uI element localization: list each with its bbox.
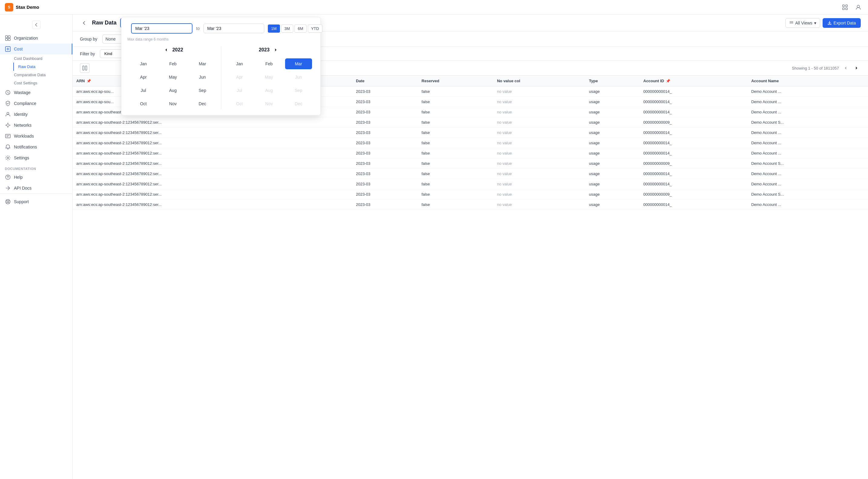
data-table-container: ARN 📌 Date Reserved No value col Typ <box>73 76 868 479</box>
dp-range-1m[interactable]: 1M <box>268 25 280 33</box>
table-row: arn:aws:ecs:ap-southeast-2:123456789012:… <box>73 189 868 200</box>
dp-range-ytd[interactable]: YTD <box>308 25 322 33</box>
svg-point-13 <box>7 157 9 159</box>
grid-icon[interactable] <box>840 2 850 12</box>
logo-icon: S <box>5 3 13 11</box>
dp-range-3m[interactable]: 3M <box>281 25 293 33</box>
table-row: arn:aws:ecs:ap-southeast-2:123456789012:… <box>73 169 868 179</box>
cell-reserved: false <box>418 200 493 210</box>
sidebar-item-api-docs[interactable]: API Docs <box>0 183 72 194</box>
sidebar-item-settings[interactable]: Settings <box>0 152 72 163</box>
dp-month-2022-jan[interactable]: Jan <box>130 58 157 69</box>
table-row: arn:aws:ecs:ap-southeast-2:123456789012:… <box>73 159 868 169</box>
sidebar-item-wastage[interactable]: Wastage <box>0 87 72 98</box>
all-views-button[interactable]: All Views ▾ <box>785 18 820 28</box>
cell-reserved: false <box>418 189 493 200</box>
cell-arn: arn:aws:ecs:ap-southeast-2:123456789012:… <box>73 128 352 138</box>
sidebar-label-workloads: Workloads <box>14 134 34 138</box>
arn-pin-icon[interactable]: 📌 <box>87 79 91 83</box>
dp-month-2023-jul: Jul <box>226 85 253 96</box>
dp-month-2022-jul[interactable]: Jul <box>130 85 157 96</box>
api-icon <box>5 185 11 191</box>
cell-type: usage <box>585 128 640 138</box>
dp-right-months: Jan Feb Mar Apr May Jun Jul Aug Sep Oct … <box>226 58 312 109</box>
svg-point-4 <box>857 5 860 7</box>
dp-month-2022-dec[interactable]: Dec <box>189 98 216 109</box>
dp-month-2022-apr[interactable]: Apr <box>130 72 157 82</box>
dp-next-year[interactable] <box>272 46 279 54</box>
sidebar-item-notifications[interactable]: Notifications <box>0 141 72 152</box>
dp-month-2023-mar[interactable]: Mar <box>285 58 312 69</box>
cell-account-id: 000000000009_ <box>640 159 748 169</box>
column-toggle-button[interactable] <box>80 63 90 73</box>
cell-noval: no value <box>493 117 585 128</box>
sidebar-item-support[interactable]: Support <box>0 196 72 207</box>
cell-date: 2023-03 <box>352 97 418 107</box>
sidebar-sub-cost-dashboard[interactable]: Cost Dashboard <box>14 55 72 63</box>
dp-month-2022-aug[interactable]: Aug <box>159 85 187 96</box>
col-account-id: Account ID 📌 <box>640 76 748 87</box>
cell-noval: no value <box>493 200 585 210</box>
dp-month-2022-nov[interactable]: Nov <box>159 98 187 109</box>
pagination-info: Showing 1 - 50 of 1811057 <box>792 66 839 70</box>
sidebar-label-networks: Networks <box>14 123 31 128</box>
dp-month-2022-feb[interactable]: Feb <box>159 58 187 69</box>
sidebar-item-identity[interactable]: Identity <box>0 109 72 120</box>
cell-noval: no value <box>493 189 585 200</box>
dp-month-2022-jun[interactable]: Jun <box>189 72 216 82</box>
dp-month-2022-mar[interactable]: Mar <box>189 58 216 69</box>
dp-month-2023-nov: Nov <box>255 98 283 109</box>
sidebar-item-networks[interactable]: Networks <box>0 120 72 131</box>
cell-date: 2023-03 <box>352 87 418 97</box>
cell-noval: no value <box>493 128 585 138</box>
dp-month-2023-feb[interactable]: Feb <box>255 58 283 69</box>
pagination-prev-button[interactable] <box>841 64 850 72</box>
cell-date: 2023-03 <box>352 107 418 117</box>
svg-rect-8 <box>8 38 10 40</box>
sidebar-sub-cost-settings[interactable]: Cost Settings <box>14 79 72 87</box>
pagination-next-button[interactable] <box>852 64 861 72</box>
cell-arn: arn:aws:ecs:ap-southeast-2:123456789012:… <box>73 189 352 200</box>
svg-rect-1 <box>846 5 847 7</box>
cell-type: usage <box>585 97 640 107</box>
cell-date: 2023-03 <box>352 159 418 169</box>
sidebar-item-cost[interactable]: Cost <box>0 43 72 55</box>
cell-type: usage <box>585 179 640 189</box>
cell-account-name: Demo Account ... <box>748 128 868 138</box>
sidebar-label-organization: Organization <box>14 36 38 40</box>
cell-type: usage <box>585 107 640 117</box>
sidebar-collapse-btn[interactable] <box>32 21 40 29</box>
dp-month-2022-may[interactable]: May <box>159 72 187 82</box>
sidebar-label-cost: Cost <box>14 46 23 52</box>
user-icon[interactable] <box>854 2 863 12</box>
dp-from-input[interactable] <box>131 23 192 34</box>
dp-month-2023-jan[interactable]: Jan <box>226 58 253 69</box>
svg-rect-12 <box>5 134 10 138</box>
dp-range-6m[interactable]: 6M <box>294 25 307 33</box>
sidebar-label-identity: Identity <box>14 112 28 117</box>
cell-arn: arn:aws:ecs:ap-southeast-2:123456789012:… <box>73 169 352 179</box>
dp-month-2023-jun: Jun <box>285 72 312 82</box>
sidebar-item-workloads[interactable]: Workloads <box>0 131 72 141</box>
account-id-pin-icon[interactable]: 📌 <box>666 79 670 83</box>
sidebar-item-compliance[interactable]: Compliance <box>0 98 72 109</box>
sidebar-sub-raw-data[interactable]: Raw Data <box>13 63 72 71</box>
cell-reserved: false <box>418 148 493 159</box>
sidebar-item-help[interactable]: Help <box>0 172 72 183</box>
cell-account-name: Demo Account ... <box>748 87 868 97</box>
dp-top-row: to 1M 3M 6M YTD <box>127 23 314 34</box>
app-name: Stax Demo <box>16 4 39 10</box>
table-row: arn:aws:ecs:ap-southeast-2:123456789012:… <box>73 148 868 159</box>
dp-month-2022-sep[interactable]: Sep <box>189 85 216 96</box>
dp-month-2022-oct[interactable]: Oct <box>130 98 157 109</box>
cell-reserved: false <box>418 179 493 189</box>
compliance-icon <box>5 100 11 106</box>
sidebar-sub-comparative-data[interactable]: Comparative Data <box>14 71 72 79</box>
export-button[interactable]: Export Data <box>823 18 861 28</box>
sidebar-item-organization[interactable]: Organization <box>0 33 72 43</box>
cell-noval: no value <box>493 148 585 159</box>
sidebar-label-support: Support <box>14 199 29 204</box>
back-button[interactable] <box>80 19 88 27</box>
dp-prev-year[interactable] <box>162 46 170 54</box>
dp-to-input[interactable] <box>204 24 264 33</box>
